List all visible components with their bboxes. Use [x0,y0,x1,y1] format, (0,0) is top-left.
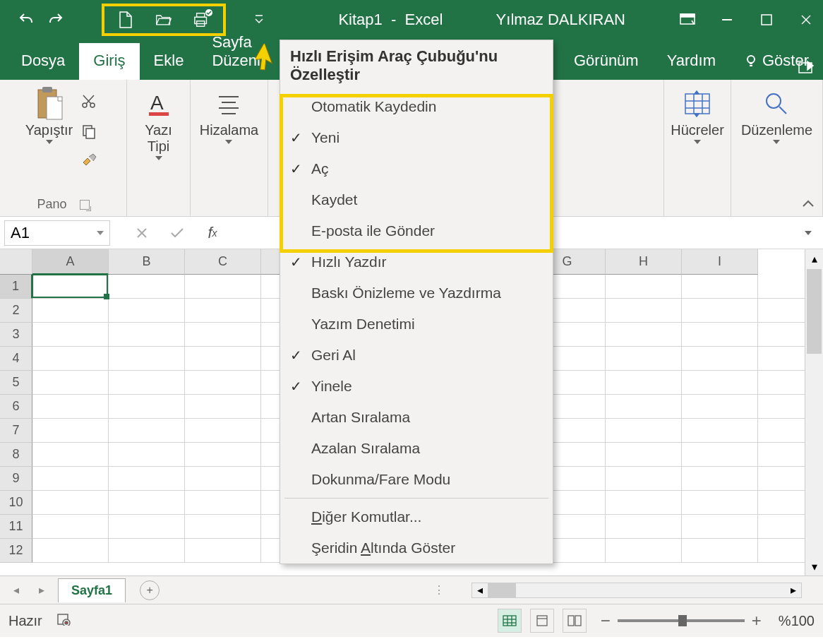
ribbon-display-options-icon[interactable] [678,10,697,30]
cell[interactable] [32,419,109,443]
cell[interactable] [682,515,758,539]
cell[interactable] [32,323,109,347]
col-header[interactable]: I [682,249,758,275]
cell[interactable] [32,275,109,299]
cell[interactable] [32,443,109,467]
redo-button[interactable] [44,8,68,32]
format-painter-button[interactable] [77,150,101,172]
cell[interactable] [606,347,682,371]
cell[interactable] [109,275,185,299]
cell[interactable] [682,467,758,491]
cell[interactable] [185,491,261,515]
cell[interactable] [682,275,758,299]
cell[interactable] [606,539,682,563]
cell[interactable] [682,323,758,347]
zoom-slider[interactable] [618,619,745,622]
minimize-button[interactable] [717,10,737,30]
enter-formula-button[interactable] [167,222,188,244]
row-header[interactable]: 5 [0,371,32,395]
cell[interactable] [682,395,758,419]
row-header[interactable]: 6 [0,395,32,419]
cell[interactable] [185,515,261,539]
menu-item[interactable]: Kaydet [280,184,553,215]
page-layout-view-button[interactable] [530,609,554,633]
menu-item[interactable]: Azalan Sıralama [280,433,553,464]
zoom-readout[interactable]: %100 [779,613,815,629]
cell[interactable] [32,491,109,515]
scroll-up-button[interactable]: ▴ [805,249,823,268]
horizontal-scrollbar[interactable]: ◂ ▸ [471,583,802,598]
new-file-icon[interactable] [117,11,134,28]
cell[interactable] [32,371,109,395]
normal-view-button[interactable] [498,609,522,633]
close-button[interactable] [796,10,816,30]
cell[interactable] [606,323,682,347]
cell[interactable] [606,491,682,515]
tab-giris[interactable]: Giriş [79,43,139,80]
scroll-thumb[interactable] [807,269,822,354]
cut-button[interactable] [77,91,101,112]
zoom-out-button[interactable]: − [601,611,611,631]
dialog-launcher-pano[interactable] [80,200,90,210]
paste-button[interactable]: Yapıştır [25,87,73,144]
tab-split-handle[interactable]: ⋮ [433,583,445,597]
cell[interactable] [185,443,261,467]
menu-item[interactable]: Baskı Önizleme ve Yazdırma [280,278,553,309]
sheet-nav-prev[interactable]: ◂ [7,581,25,600]
menu-item[interactable]: ✓Aç [280,153,553,184]
menu-item[interactable]: ✓Hızlı Yazdır [280,246,553,278]
cells-button[interactable]: Hücreler [671,87,724,144]
cell[interactable] [185,539,261,563]
expand-formula-bar-button[interactable] [798,231,819,235]
row-header[interactable]: 4 [0,347,32,371]
cancel-formula-button[interactable] [131,222,152,244]
cell[interactable] [109,419,185,443]
tab-yardim[interactable]: Yardım [653,43,730,80]
row-header[interactable]: 7 [0,419,32,443]
cell[interactable] [185,275,261,299]
page-break-view-button[interactable] [563,609,587,633]
zoom-in-button[interactable]: + [752,611,762,631]
cell[interactable] [185,347,261,371]
cell[interactable] [606,299,682,323]
menu-item[interactable]: Otomatik Kaydedin [280,91,553,122]
editing-button[interactable]: Düzenleme [741,87,812,144]
cell[interactable] [682,371,758,395]
menu-item[interactable]: Yazım Denetimi [280,309,553,340]
cell[interactable] [682,419,758,443]
scroll-thumb[interactable] [488,583,516,597]
cell[interactable] [606,395,682,419]
row-header[interactable]: 12 [0,539,32,563]
menu-item-more-commands[interactable]: Diğer Komutlar... [280,501,553,532]
tab-ekle[interactable]: Ekle [140,43,198,80]
cell[interactable] [109,443,185,467]
scroll-left-button[interactable]: ◂ [472,583,488,597]
undo-button[interactable] [14,8,38,32]
menu-item[interactable]: Artan Sıralama [280,402,553,433]
col-header[interactable]: H [606,249,682,275]
menu-item[interactable]: Dokunma/Fare Modu [280,464,553,495]
vertical-scrollbar[interactable]: ▴ ▾ [805,249,823,576]
new-sheet-button[interactable]: + [140,580,160,600]
row-header[interactable]: 3 [0,323,32,347]
cell[interactable] [606,443,682,467]
cell[interactable] [606,371,682,395]
row-header[interactable]: 9 [0,467,32,491]
col-header[interactable]: B [109,249,185,275]
menu-item[interactable]: ✓Yinele [280,371,553,402]
cell[interactable] [682,299,758,323]
row-header[interactable]: 10 [0,491,32,515]
macro-record-icon[interactable] [56,613,72,629]
cell[interactable] [606,419,682,443]
share-button[interactable] [798,60,816,80]
cell[interactable] [109,323,185,347]
name-box[interactable]: A1 [4,220,110,246]
open-file-icon[interactable] [155,11,172,28]
cell[interactable] [109,539,185,563]
row-header[interactable]: 11 [0,515,32,539]
cell[interactable] [32,467,109,491]
insert-function-button[interactable]: fx [202,222,223,244]
menu-item-show-below-ribbon[interactable]: Şeridin Altında Göster [280,532,553,564]
cell[interactable] [606,515,682,539]
cell[interactable] [32,395,109,419]
